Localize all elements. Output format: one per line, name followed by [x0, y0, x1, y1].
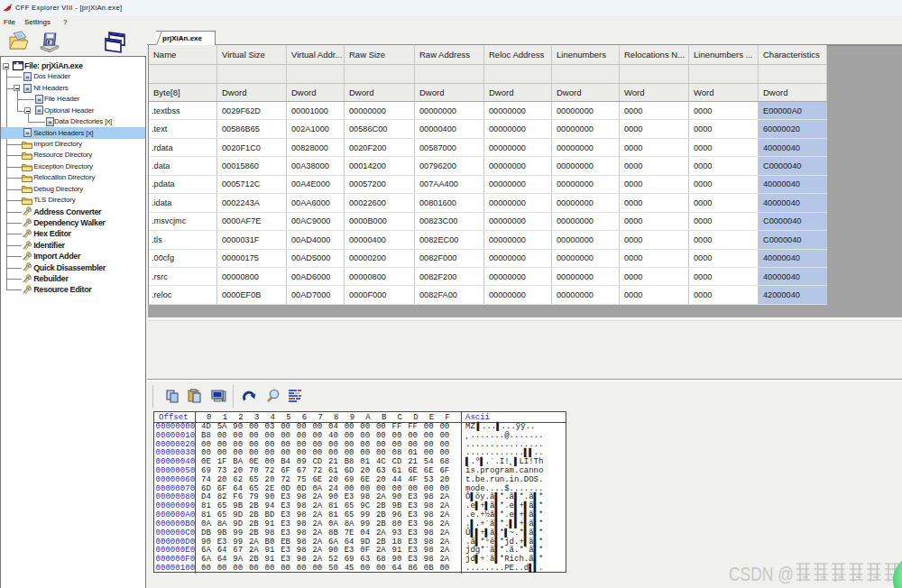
svg-text:CSDN @: CSDN @: [729, 564, 794, 585]
